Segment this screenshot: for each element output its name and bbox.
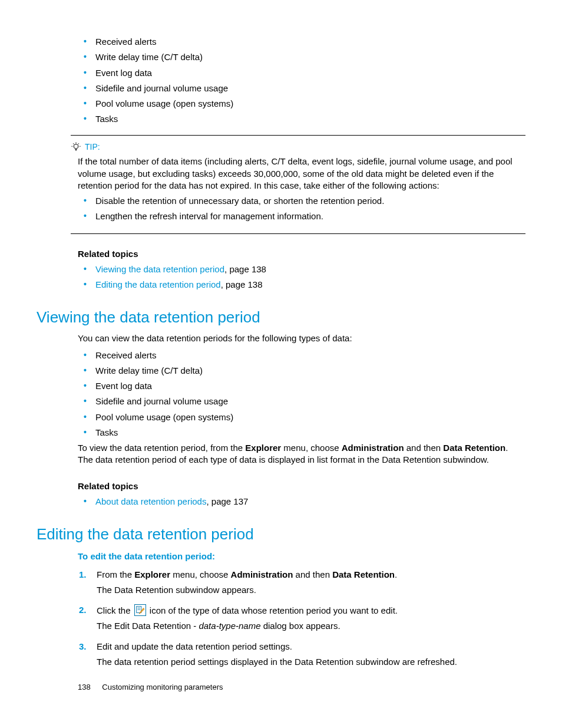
top-list: Received alerts Write delay time (C/T de… <box>78 36 511 126</box>
related-link-editing[interactable]: Editing the data retention period <box>95 279 221 289</box>
menu-explorer: Explorer <box>134 569 170 579</box>
page: Received alerts Write delay time (C/T de… <box>0 0 562 728</box>
menu-administration: Administration <box>342 443 404 453</box>
list-item-text: Tasks <box>95 427 118 437</box>
chapter-title: Customizing monitoring parameters <box>102 683 223 691</box>
svg-point-0 <box>74 144 78 149</box>
related-topics-heading: Related topics <box>78 480 511 492</box>
page-ref: , page 138 <box>221 279 263 289</box>
related-list: Viewing the data retention period, page … <box>78 263 511 291</box>
menu-administration: Administration <box>231 569 293 579</box>
step-sub: The data retention period settings displ… <box>97 656 511 668</box>
related-link-about[interactable]: About data retention periods <box>95 496 206 506</box>
list-item: About data retention periods, page 137 <box>78 496 511 508</box>
step-3: 3. Edit and update the data retention pe… <box>78 641 511 668</box>
related-list: About data retention periods, page 137 <box>78 496 511 508</box>
related-link-viewing[interactable]: Viewing the data retention period <box>95 264 224 274</box>
page-ref: , page 138 <box>224 264 266 274</box>
related-topics-block: Related topics Viewing the data retentio… <box>78 248 511 291</box>
tip-paragraph: If the total number of data items (inclu… <box>78 156 525 192</box>
list-item: Viewing the data retention period, page … <box>78 263 511 275</box>
list-item-text: Pool volume usage (open systems) <box>95 412 233 422</box>
data-types-list: Received alerts Write delay time (C/T de… <box>78 350 511 439</box>
list-item: Received alerts <box>78 350 511 361</box>
menu-data-retention: Data Retention <box>332 569 395 579</box>
tip-label: TIP: <box>85 141 100 153</box>
tip-header: TIP: <box>71 141 525 153</box>
section-body-editing: To edit the data retention period: 1. Fr… <box>78 551 511 668</box>
step-sub: The Edit Data Retention - data-type-name… <box>97 620 511 632</box>
list-item-text: Sidefile and journal volume usage <box>95 396 228 406</box>
related-topics-heading: Related topics <box>78 248 511 260</box>
step-2: 2. Click the icon of the type of data wh… <box>78 604 511 633</box>
svg-line-5 <box>78 143 79 144</box>
procedure-heading: To edit the data retention period: <box>78 551 511 562</box>
list-item: Tasks <box>78 113 511 125</box>
step-number: 3. <box>79 641 87 653</box>
list-item: Tasks <box>78 427 511 439</box>
step-sub: The Data Retention subwindow appears. <box>97 584 511 596</box>
list-item-text: Sidefile and journal volume usage <box>95 83 228 93</box>
list-item-text: Write delay time (C/T delta) <box>95 52 203 62</box>
list-item-text: Event log data <box>95 68 152 78</box>
lightbulb-icon <box>71 141 81 152</box>
list-item-text: Write delay time (C/T delta) <box>95 365 203 375</box>
list-item: Disable the retention of unnecessary dat… <box>78 195 525 207</box>
tip-list: Disable the retention of unnecessary dat… <box>78 195 525 223</box>
list-item-text: Received alerts <box>95 350 156 360</box>
menu-explorer: Explorer <box>245 443 281 453</box>
intro-paragraph: You can view the data retention periods … <box>78 332 511 344</box>
nav-paragraph: To view the data retention period, from … <box>78 442 511 466</box>
list-item-text: Pool volume usage (open systems) <box>95 98 233 108</box>
section-heading-editing: Editing the data retention period <box>37 524 525 545</box>
list-item-text: Tasks <box>95 114 118 124</box>
list-item: Editing the data retention period, page … <box>78 279 511 291</box>
tip-callout: TIP: If the total number of data items (… <box>71 135 525 234</box>
tip-body: If the total number of data items (inclu… <box>78 156 525 222</box>
list-item: Pool volume usage (open systems) <box>78 411 511 423</box>
page-footer: 138 Customizing monitoring parameters <box>78 682 223 693</box>
menu-data-retention: Data Retention <box>443 443 505 453</box>
list-item-text: Received alerts <box>95 37 156 47</box>
list-item: Write delay time (C/T delta) <box>78 365 511 377</box>
svg-line-4 <box>73 143 74 144</box>
procedure-steps: 1. From the Explorer menu, choose Admini… <box>78 569 511 668</box>
page-number: 138 <box>78 683 91 691</box>
list-item: Event log data <box>78 67 511 79</box>
data-type-placeholder: data-type-name <box>199 621 260 631</box>
page-ref: , page 137 <box>206 496 248 506</box>
list-item: Sidefile and journal volume usage <box>78 396 511 407</box>
list-item: Event log data <box>78 380 511 392</box>
list-item: Lengthen the refresh interval for manage… <box>78 210 525 222</box>
list-item: Received alerts <box>78 36 511 48</box>
top-block: Received alerts Write delay time (C/T de… <box>78 36 511 126</box>
list-item-text: Disable the retention of unnecessary dat… <box>95 196 384 206</box>
step-number: 1. <box>79 569 87 581</box>
list-item-text: Lengthen the refresh interval for manage… <box>95 211 323 221</box>
step-number: 2. <box>79 604 87 616</box>
list-item: Pool volume usage (open systems) <box>78 98 511 110</box>
edit-icon <box>134 604 146 616</box>
section-heading-viewing: Viewing the data retention period <box>37 307 525 328</box>
list-item: Write delay time (C/T delta) <box>78 51 511 63</box>
section-body-viewing: You can view the data retention periods … <box>78 332 511 508</box>
list-item-text: Event log data <box>95 381 152 391</box>
list-item: Sidefile and journal volume usage <box>78 83 511 94</box>
step-1: 1. From the Explorer menu, choose Admini… <box>78 569 511 597</box>
